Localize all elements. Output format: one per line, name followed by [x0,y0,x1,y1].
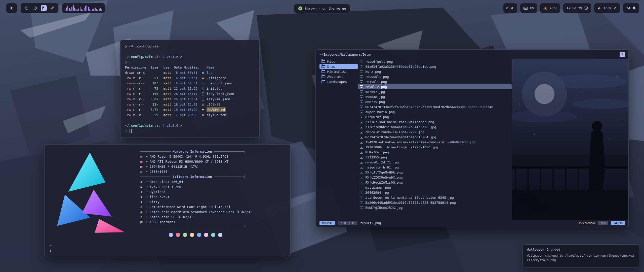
software-icon: ❯ [139,194,144,199]
folder-row[interactable]: Minimalist [319,69,358,74]
tab-indicator[interactable]: 1 [620,52,625,57]
file-row[interactable]: FXfcII0X0AQyn9X.png [358,175,512,180]
file-row[interactable]: FXfcJlTXgAMvH6R.png [358,170,512,175]
image-preview [512,59,628,220]
file-row[interactable]: 866715.png [358,99,512,104]
info-value: 1558 (pacman) [150,220,175,225]
workspace-button-3-active[interactable] [41,5,47,11]
file-row[interactable]: 154928-odinokoe_anime-art-anime-okno-sin… [358,140,512,145]
file-row[interactable]: 217167-sad-anime-rain-wallpaper.png [358,119,512,124]
launcher-button[interactable] [6,3,17,13]
file-row[interactable]: chica-mirando-la-luna-8799.jpg [358,129,512,134]
file-row[interactable]: 3126f7e9bbf21a8a4af0b67b041c6e26.jpg [358,124,512,129]
keyboard-layout-module[interactable]: US [520,3,537,13]
image-file-icon [360,80,363,83]
file-row[interactable]: wallpaper.png [358,185,512,190]
file-row[interactable]: 68747470733a2f2f696d616765732d7769786d70… [358,104,512,109]
media-player-widget[interactable]: thrown - on the verge [294,4,350,13]
file-row[interactable]: 0c794faf07de24a4db4d4fb1eb813964.jpg [358,134,512,140]
file-row[interactable]: kurz.png [358,69,512,74]
image-file-icon [360,191,363,194]
volume-module[interactable]: 100% [594,3,620,13]
hardware-info-line: ▤➜10948MiB / 64183MiB (17%) [139,164,252,169]
software-icon: ≡ [139,184,144,189]
software-icon: A [139,205,144,210]
topbar-left [6,3,105,13]
file-manager-window[interactable]: ~/Imagenes/Wallpapers/Draw 1 Misc Draw [315,49,629,227]
folder-name: Minimalist [327,70,347,74]
prompt-line: ~/.config/nvim via ☾ v5.4.6 ✔ [125,54,255,59]
clock-module[interactable]: 17:50:29 [563,3,591,13]
workspace-button-4[interactable] [49,5,55,11]
file-row[interactable]: resssult.png [358,74,512,79]
file-row[interactable]: 587597.jpg [358,89,512,94]
fetch-terminal-window[interactable]: ┌─────────────── Hardware Information ──… [44,144,291,256]
file-row[interactable]: 5a266e448add93deab367d87173e9f25-6837886… [358,200,512,205]
file-row[interactable]: nnvuv0xj2df71.jpg [358,160,512,165]
image-file-icon [360,121,363,123]
file-row[interactable]: EeNKYgIUcAAJ5JX.jpg [358,205,512,210]
hardware-info-line: ▦➜AMD ATI Radeon RX 6800/6800 XT / 6900 … [139,159,252,164]
file-row[interactable]: FXfcHgcWIAMzs0G.png [358,180,512,185]
file-row[interactable]: rsjqojlmjhf91.jpg [358,165,512,170]
file-row[interactable]: re1sult.png [358,79,512,84]
folder-row[interactable]: Misc [319,59,358,64]
info-value: Arch Linux x86_64 [150,179,183,184]
bell-icon [632,6,636,10]
file-row[interactable]: 19201080-__blue-tinge__-1920×1080.jpg [358,145,512,150]
file-manager-body: Misc Draw Minimalist Abstract [316,58,628,220]
file-row[interactable]: 596848.jpg [358,94,512,99]
terminal-cursor [130,129,132,133]
file-name: wallpaper.png [365,186,391,189]
prompt-symbol: ❯ [125,128,127,133]
folder-row[interactable]: Draw [319,64,358,69]
info-value: fish 3.6.1 [150,194,169,199]
folder-row[interactable]: Landscapes [319,79,358,84]
workspace-button-1[interactable] [24,5,30,11]
info-value: JetBrainsMono Nerd Font Light 10 [GTK2/3… [150,205,230,210]
user-cell: matt [158,75,171,81]
file-name: rsjqojlmjhf91.jpg [365,165,399,169]
workspace-switcher [20,3,59,13]
file-manager-header: ~/Imagenes/Wallpapers/Draw 1 [316,50,628,58]
folder-name: Abstract [327,75,343,79]
notification-popup[interactable]: Wallpaper Changed Wallpaper changed to /… [522,244,639,267]
file-row[interactable]: super-mario.png [358,109,512,114]
section-footer-line: └───────────────────────────────────────… [139,225,252,230]
hardware-icon: ▦ [139,159,144,164]
permissions-cell: .rw-r--r-- [125,107,147,112]
visualizer-bar [71,7,72,11]
file-permissions: -rwxrwxrwx [577,221,595,225]
keyboard-icon [523,6,528,11]
info-value: Catppuccin-SE [GTK2/3] [150,215,193,220]
hardware-icon: ▭ [139,169,144,174]
visualizer-bar [100,8,101,11]
image-file-icon [360,100,363,103]
terminal-window-nvim[interactable]: ❯ cd .config/nvim ~/.config/nvim via ☾ v… [120,40,260,138]
file-row[interactable]: 08a634fa02a32364f69ebc86a98eb1eb.png [358,64,512,69]
temperature-module[interactable]: 26°C [540,3,560,13]
command-argument: .config/nvim [135,44,158,49]
table-row: .rw-r--r--11kmatt18 oct 13:29▤LICENSE [125,102,255,107]
arrow-icon: ➜ [146,220,148,225]
file-row[interactable]: ressdfgult.png [358,59,512,64]
file-row[interactable]: result2.png [358,84,512,89]
visualizer-bar [77,10,78,11]
workspace-button-2[interactable] [32,5,38,11]
file-row[interactable]: atardecer-en-la-montanas-ilustracion-634… [358,195,512,200]
file-row[interactable]: 8FKa7Cu.jpeg [358,150,512,155]
notifications-module[interactable]: 24 [623,3,639,13]
permissions-cell: .rw-r--r-- [125,102,147,107]
file-name: super-mario.png [365,110,395,114]
file-row[interactable]: 3122955.png [358,155,512,160]
file-row[interactable]: 20492984.jpg [358,190,512,195]
updates-module[interactable]: 0 [503,3,518,13]
permissions-cell: .rw-r--r-- [125,86,147,91]
folder-row[interactable]: Abstract [319,74,358,79]
palette-dot [197,233,201,237]
audio-visualizer[interactable] [62,3,105,13]
arrow-icon: ➜ [146,179,148,184]
visualizer-bar [80,7,80,11]
file-name: 3126f7e9bbf21a8a4af0b67b041c6e26.jpg [365,125,436,129]
file-row[interactable]: 87r687df.png [358,114,512,119]
